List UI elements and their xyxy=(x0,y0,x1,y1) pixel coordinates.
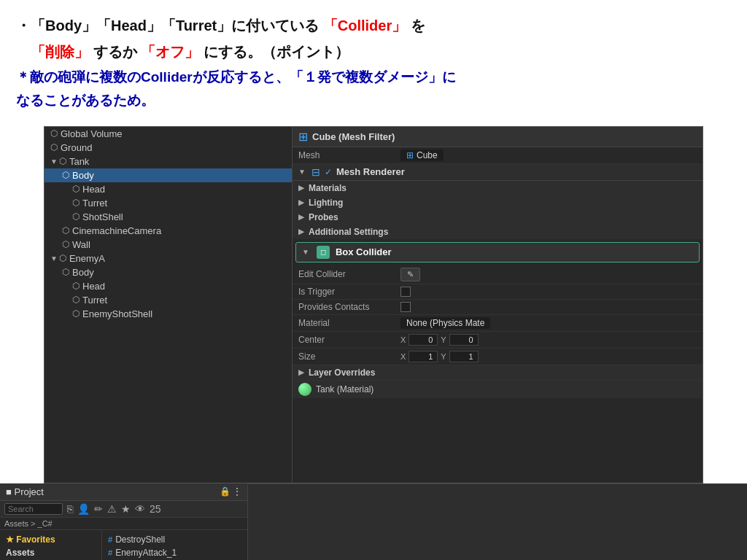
screenshot-area: ⬡ Global Volume ⬡ Ground ▼ ⬡ Tank ⬡ Body… xyxy=(44,126,703,483)
materials-section[interactable]: ▶ Materials xyxy=(293,181,703,195)
material-label: Material xyxy=(298,318,400,328)
is-trigger-row: Is Trigger xyxy=(293,284,703,300)
bottom-section: ■ Project 🔒 ⋮ ⎘ 👤 ✏ ⚠ ★ 👁 25 Assets > _C… xyxy=(0,483,747,560)
lighting-label: Lighting xyxy=(309,198,343,208)
inspector-bottom xyxy=(248,483,747,560)
hierarchy-item-cinemachinecamera[interactable]: ⬡ CinemachineCamera xyxy=(44,224,292,238)
hierarchy-item-label: EnemyShotShell xyxy=(82,308,152,319)
mesh-filter-header[interactable]: ⊞ Cube (Mesh Filter) xyxy=(293,127,703,147)
inspector-panel: ⊞ Cube (Mesh Filter) Mesh ⊞ Cube ▼ ⊟ ✓ M… xyxy=(293,127,703,483)
expand-icon: ▼ xyxy=(50,158,58,166)
provides-contacts-checkbox[interactable] xyxy=(400,302,411,312)
hierarchy-item-enemya[interactable]: ▼ ⬡ EnemyA xyxy=(44,252,292,265)
gameobject-icon: ⬡ xyxy=(62,239,69,249)
delete-red: 「削除」 xyxy=(31,44,89,60)
hierarchy-item-enemyshotshell[interactable]: ⬡ EnemyShotShell xyxy=(44,307,292,321)
triangle-icon: ▶ xyxy=(298,228,304,236)
center-values: X 0 Y 0 xyxy=(400,334,697,346)
is-trigger-checkbox[interactable] xyxy=(400,287,411,297)
gameobject-icon: ⬡ xyxy=(62,170,69,180)
bullet-line-2: 「削除」 するか 「オフ」 にする。（ポイント） xyxy=(16,39,731,64)
gameobject-icon: ⬡ xyxy=(59,253,66,263)
gameobject-icon: ⬡ xyxy=(72,198,80,208)
mesh-grid-icon: ⊞ xyxy=(406,150,414,160)
file-item-destroyshell[interactable]: # DestroyShell xyxy=(105,533,244,546)
mesh-renderer-header[interactable]: ▼ ⊟ ✓ Mesh Renderer xyxy=(293,164,703,181)
material-value: None (Physics Mate xyxy=(400,317,697,329)
mesh-value-box: ⊞ Cube xyxy=(400,149,444,161)
size-coord-group: X 1 Y 1 xyxy=(400,351,479,362)
project-search-input[interactable] xyxy=(4,503,63,515)
expand-icon: ▼ xyxy=(302,248,309,256)
box-collider-title: Box Collider xyxy=(336,246,392,257)
hierarchy-item-label: Turret xyxy=(82,295,107,306)
script-icon: # xyxy=(108,548,112,557)
additional-settings-label: Additional Settings xyxy=(309,227,388,237)
eye-icon[interactable]: 👁 xyxy=(135,503,145,515)
warning-icon[interactable]: ⚠ xyxy=(107,503,117,515)
triangle-icon: ▶ xyxy=(298,368,304,376)
project-left-panel: ★ Favorites Assets 📁 _C# 📁 _Images xyxy=(0,530,102,560)
mesh-row: Mesh ⊞ Cube xyxy=(293,147,703,164)
hierarchy-item-label: Body xyxy=(72,170,94,181)
project-header: ■ Project 🔒 ⋮ xyxy=(0,483,247,501)
star-line-2: なることがあるため。 xyxy=(16,89,731,112)
hierarchy-item-turret[interactable]: ⬡ Turret xyxy=(44,196,292,210)
probes-section[interactable]: ▶ Probes xyxy=(293,210,703,225)
gameobject-icon: ⬡ xyxy=(72,281,80,291)
check-icon: ✓ xyxy=(325,167,332,177)
pencil-icon[interactable]: ✏ xyxy=(94,503,103,515)
assets-header: Assets xyxy=(3,546,98,559)
copy-icon[interactable]: ⎘ xyxy=(67,503,73,515)
size-y-value[interactable]: 1 xyxy=(449,351,479,362)
box-collider-header[interactable]: ▼ ◻ Box Collider xyxy=(295,242,700,262)
hierarchy-item-enemy-body[interactable]: ⬡ Body xyxy=(44,265,292,279)
hierarchy-item-label: Global Volume xyxy=(61,128,123,139)
size-label: Size xyxy=(298,351,400,362)
hierarchy-item-enemy-head[interactable]: ⬡ Head xyxy=(44,279,292,293)
hierarchy-item-label: EnemyA xyxy=(69,253,105,264)
material-row: Material None (Physics Mate xyxy=(293,315,703,332)
script-icon: # xyxy=(108,535,112,544)
probes-label: Probes xyxy=(309,212,338,222)
x-label: X xyxy=(400,335,406,344)
hierarchy-item-wall[interactable]: ⬡ Wall xyxy=(44,238,292,252)
hierarchy-item-enemy-turret[interactable]: ⬡ Turret xyxy=(44,293,292,307)
center-row: Center X 0 Y 0 xyxy=(293,332,703,349)
tank-material-label: Tank (Material) xyxy=(316,384,374,394)
person-icon[interactable]: 👤 xyxy=(77,503,90,515)
box-collider-icon: ◻ xyxy=(317,246,330,259)
breadcrumb: Assets > _C# xyxy=(0,518,247,530)
file-item-enemyattack[interactable]: # EnemyAttack_1 xyxy=(105,546,244,559)
hierarchy-item-shotshell[interactable]: ⬡ ShotShell xyxy=(44,210,292,224)
lighting-section[interactable]: ▶ Lighting xyxy=(293,195,703,210)
provides-contacts-row: Provides Contacts xyxy=(293,300,703,315)
layer-overrides-label: Layer Overrides xyxy=(309,368,375,378)
hierarchy-item-label: ShotShell xyxy=(82,211,123,222)
y-label: Y xyxy=(441,352,446,361)
edit-collider-label: Edit Collider xyxy=(298,269,400,279)
edit-icon: ✎ xyxy=(407,270,414,279)
materials-label: Materials xyxy=(309,183,347,193)
material-value-text: None (Physics Mate xyxy=(400,317,490,329)
hierarchy-item-body[interactable]: ⬡ Body xyxy=(44,168,292,182)
hierarchy-item-label: Ground xyxy=(61,142,92,153)
hierarchy-item-tank[interactable]: ▼ ⬡ Tank xyxy=(44,155,292,168)
star-icon[interactable]: ★ xyxy=(121,503,131,515)
center-y-value[interactable]: 0 xyxy=(449,334,479,346)
hierarchy-item-ground[interactable]: ⬡ Ground xyxy=(44,141,292,155)
hierarchy-item-label: CinemachineCamera xyxy=(72,225,161,236)
triangle-icon: ▶ xyxy=(298,213,304,221)
additional-settings-section[interactable]: ▶ Additional Settings xyxy=(293,225,703,239)
hierarchy-item-globalvolume[interactable]: ⬡ Global Volume xyxy=(44,127,292,141)
hierarchy-panel: ⬡ Global Volume ⬡ Ground ▼ ⬡ Tank ⬡ Body… xyxy=(44,127,293,483)
center-x-value[interactable]: 0 xyxy=(409,334,438,346)
size-values: X 1 Y 1 xyxy=(400,351,697,362)
size-x-value[interactable]: 1 xyxy=(409,351,438,362)
mesh-filter-icon: ⊞ xyxy=(298,130,308,144)
hierarchy-item-head[interactable]: ⬡ Head xyxy=(44,182,292,196)
project-title: ■ Project xyxy=(6,486,44,497)
edit-collider-value: ✎ xyxy=(400,268,697,281)
layer-overrides-section[interactable]: ▶ Layer Overrides xyxy=(293,365,703,380)
edit-collider-button[interactable]: ✎ xyxy=(400,268,420,281)
